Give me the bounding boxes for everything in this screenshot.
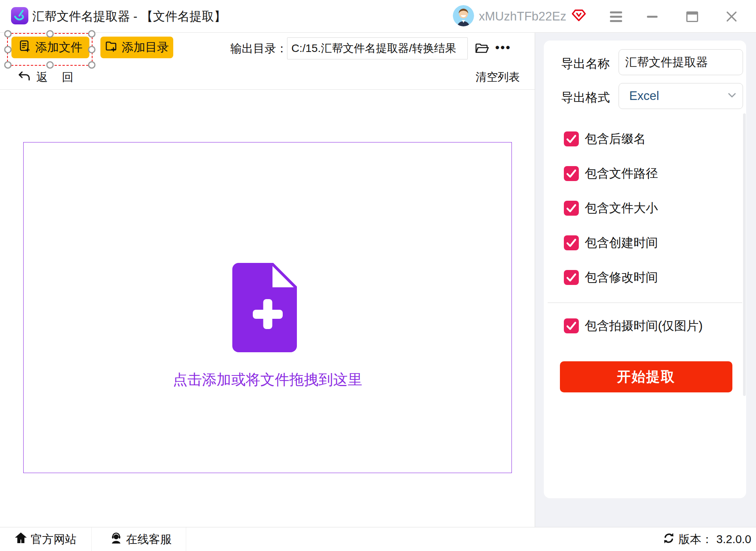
online-support-label: 在线客服	[126, 532, 172, 547]
export-format-label: 导出格式	[561, 89, 610, 106]
output-dir-label: 输出目录：	[230, 37, 287, 59]
add-directory-button[interactable]: 添加目录	[100, 37, 173, 58]
checkbox-include-created-time[interactable]	[564, 235, 579, 250]
maximize-icon[interactable]	[682, 6, 702, 27]
official-website-label: 官方网站	[31, 532, 76, 547]
folder-open-icon[interactable]	[472, 39, 491, 57]
minimize-icon[interactable]	[642, 6, 662, 27]
username-label: xMUzhTFb22Ez	[479, 0, 566, 33]
document-plus-icon	[19, 40, 31, 55]
start-extract-button[interactable]: 开始提取	[560, 361, 732, 392]
headset-person-icon	[109, 531, 123, 547]
selection-handle[interactable]	[4, 61, 12, 69]
selection-handle[interactable]	[46, 30, 54, 38]
option-label: 包含后缀名	[585, 131, 646, 147]
version-value: 3.2.0.0	[716, 533, 751, 546]
export-format-select[interactable]: Excel	[619, 83, 743, 109]
option-include-photo-time[interactable]: 包含拍摄时间(仅图片)	[564, 318, 703, 334]
footer-bar: 官方网站 在线客服 版本： 3.2.0.0	[0, 527, 756, 551]
checkbox-include-modified-time[interactable]	[564, 270, 579, 285]
hamburger-icon[interactable]	[606, 6, 626, 27]
vip-badge-icon[interactable]	[572, 8, 586, 22]
output-dir-input[interactable]	[287, 37, 468, 59]
options-scrollbar[interactable]	[743, 113, 746, 396]
option-label: 包含拍摄时间(仅图片)	[585, 318, 703, 334]
selection-handle[interactable]	[46, 61, 54, 69]
window-title: 汇帮文件名提取器 - 【文件名提取】	[32, 0, 226, 33]
user-avatar[interactable]	[453, 5, 474, 26]
option-include-modified-time[interactable]: 包含修改时间	[564, 269, 658, 286]
selection-handle[interactable]	[4, 30, 12, 38]
option-label: 包含创建时间	[585, 235, 658, 251]
settings-card: 导出名称 导出格式 Excel 包含后缀名 包含文件路径	[544, 41, 746, 498]
footer-divider	[186, 527, 186, 551]
checkbox-include-filesize[interactable]	[564, 201, 579, 216]
back-button[interactable]: 返 回	[17, 71, 79, 84]
app-logo-icon	[11, 7, 29, 25]
selection-handle[interactable]	[4, 46, 12, 53]
add-directory-label: 添加目录	[122, 39, 169, 55]
file-dropzone[interactable]: 点击添加或将文件拖拽到这里	[23, 142, 512, 473]
chevron-down-icon	[728, 92, 736, 100]
file-plus-icon	[232, 263, 303, 352]
footer-divider	[91, 527, 92, 551]
option-include-created-time[interactable]: 包含创建时间	[564, 235, 658, 251]
version-info: 版本： 3.2.0.0	[663, 527, 751, 551]
options-divider	[548, 302, 742, 303]
toolbar-divider	[0, 89, 535, 90]
option-include-filepath[interactable]: 包含文件路径	[564, 165, 658, 182]
checkbox-include-photo-time[interactable]	[564, 318, 579, 333]
selection-handle[interactable]	[88, 46, 96, 53]
export-format-value: Excel	[629, 89, 659, 103]
checkbox-include-filepath[interactable]	[564, 166, 579, 181]
back-label: 返 回	[36, 70, 79, 85]
official-website-link[interactable]: 官方网站	[14, 527, 76, 551]
option-label: 包含文件大小	[585, 200, 658, 216]
more-options-button[interactable]: •••	[493, 37, 513, 59]
selection-handle[interactable]	[88, 30, 96, 38]
option-label: 包含文件路径	[585, 165, 658, 182]
settings-panel: 导出名称 导出格式 Excel 包含后缀名 包含文件路径	[535, 33, 756, 527]
close-icon[interactable]	[721, 6, 742, 27]
version-label: 版本：	[678, 532, 713, 547]
clear-list-button[interactable]: 清空列表	[476, 70, 520, 85]
undo-arrow-icon	[17, 71, 31, 85]
export-name-input[interactable]	[619, 49, 743, 75]
checkbox-include-extension[interactable]	[564, 131, 579, 146]
export-name-label: 导出名称	[561, 55, 610, 72]
home-icon	[14, 531, 28, 547]
option-label: 包含修改时间	[585, 269, 658, 286]
option-include-extension[interactable]: 包含后缀名	[564, 131, 646, 147]
title-bar: 汇帮文件名提取器 - 【文件名提取】 xMUzhTFb22Ez	[0, 0, 756, 33]
selection-handle[interactable]	[88, 61, 96, 69]
online-support-link[interactable]: 在线客服	[109, 527, 172, 551]
add-file-label: 添加文件	[35, 39, 83, 55]
folder-plus-icon	[105, 40, 117, 55]
refresh-icon[interactable]	[663, 532, 675, 547]
dropzone-hint: 点击添加或将文件拖拽到这里	[24, 370, 511, 390]
option-include-filesize[interactable]: 包含文件大小	[564, 200, 658, 216]
add-file-button[interactable]: 添加文件	[11, 37, 89, 58]
